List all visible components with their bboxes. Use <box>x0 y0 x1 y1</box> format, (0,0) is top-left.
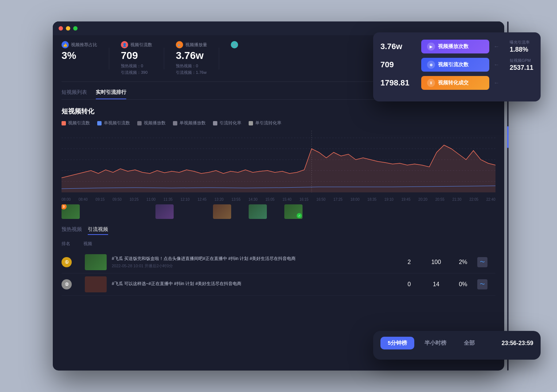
stat-recommend-value: 3% <box>62 50 97 61</box>
video-title-2: #飞瓜 可以这样选~#正在直播中 #抖in 计划 #美好生活尽在抖音电商 <box>112 281 395 287</box>
metric-btn-icon-2: ⊕ <box>427 61 435 69</box>
tab-traffic-video[interactable]: 引流视频 <box>88 226 108 235</box>
col-header-3 <box>452 241 477 247</box>
rank-tab-all[interactable]: 全部 <box>457 337 482 349</box>
video-duration-1: 开播后2小时0分 <box>145 264 173 268</box>
tab-short-list[interactable]: 短视频列表 <box>62 89 87 99</box>
col-header-4 <box>477 241 495 247</box>
divider-1 <box>109 48 109 69</box>
stat-recommend-label: 视频推荐占比 <box>71 42 97 48</box>
legend-single-traffic: 单视频引流数 <box>97 120 130 126</box>
metric-row-3: 1798.81 ¥ 视频转化成交 ← <box>380 76 499 90</box>
metric-row-1: 3.76w ▶ 视频播放次数 ← <box>380 40 499 53</box>
video-list-area: 预热视频 引流视频 排名 视频 ① <box>62 226 495 296</box>
legend-dot-conversion <box>213 121 217 125</box>
table-header: 排名 视频 <box>62 239 495 248</box>
legend-dot-single-traffic <box>97 121 102 125</box>
trend-icon-1: 〜 <box>477 257 495 267</box>
rank-tab-5min[interactable]: 5分钟榜 <box>380 337 414 349</box>
video-time-1: 10:01 <box>133 264 143 268</box>
legend-single-play: 单视频播放数 <box>173 120 206 126</box>
stat-recommend: 👍 视频推荐占比 3% <box>62 41 97 61</box>
rank-badge-gold: ① <box>62 257 72 267</box>
thumbnail-row: 3 ✓ <box>62 204 495 219</box>
exposure-rate-label: 曝光引流率 <box>510 40 533 45</box>
thumb-4[interactable] <box>249 204 267 219</box>
metric-btn-2[interactable]: ⊕ 视频引流次数 <box>421 58 489 72</box>
legend-dot-single-conversion <box>249 121 253 125</box>
close-button[interactable] <box>59 26 63 31</box>
metric-arrow-1: ← <box>494 43 499 50</box>
video-meta-1: 2022-05-28 10:01 开播后2小时0分 <box>112 263 395 269</box>
thumb-badge-1: 3 <box>62 204 67 209</box>
thumb-check-5: ✓ <box>297 213 302 218</box>
metric-btn-label-3: 视频转化成交 <box>438 80 469 86</box>
chart-section: 短视频转化 视频引流数 单视频引流数 视频播放数 单视频播放数 <box>62 107 495 219</box>
stat-playback-label: 视频播放量 <box>185 42 207 48</box>
stat-traffic-sub: 预热视频：0 引流视频：390 <box>121 63 152 76</box>
video-tabs: 预热视频 引流视频 <box>62 226 495 235</box>
video-title-1: #飞瓜 买送饭兜和饭盒啦！点击头像进直播间吧#正在直播中 #抖in 计划 #美好… <box>112 256 395 262</box>
thumbsup-icon: 👍 <box>62 41 69 48</box>
col-val-2-1: 0 <box>396 281 422 288</box>
chart-svg <box>62 131 495 196</box>
trend-chart-icon-1[interactable]: 〜 <box>477 257 487 267</box>
metric-arrow-2: ← <box>494 61 499 68</box>
legend-conversion: 引流转化率 <box>213 120 241 126</box>
metric-btn-label-1: 视频播放次数 <box>438 43 469 50</box>
col-header-2 <box>426 241 452 247</box>
metric-btn-1[interactable]: ▶ 视频播放次数 <box>421 40 489 53</box>
stat-traffic: 👤 视频引流数 709 预热视频：0 引流视频：390 <box>121 41 152 76</box>
rank-col-1: ① <box>62 257 83 267</box>
metric-arrow-3: ← <box>494 80 499 86</box>
side-stats: 曝光引流率 1.88% 短视频GPM 2537.11 <box>510 40 533 94</box>
stat-extra-header: ⊕ <box>231 41 238 48</box>
stat-recommend-header: 👍 视频推荐占比 <box>62 41 97 48</box>
metric-btn-3[interactable]: ¥ 视频转化成交 <box>421 76 489 90</box>
legend-label-single-play: 单视频播放数 <box>179 120 206 126</box>
metric-value-1: 3.76w <box>380 42 417 51</box>
rank-badge-silver: ② <box>62 279 72 289</box>
scrollbar-thumb[interactable] <box>507 126 509 148</box>
minimize-button[interactable] <box>66 26 70 31</box>
svg-marker-5 <box>62 145 495 192</box>
video-date-1: 2022-05-28 <box>112 264 132 268</box>
video-thumb-2 <box>85 276 107 292</box>
thumb-2[interactable] <box>155 204 174 219</box>
metric-btn-label-2: 视频引流次数 <box>438 61 469 68</box>
maximize-button[interactable] <box>73 26 78 31</box>
gpm-label: 短视频GPM <box>510 58 533 63</box>
col-val-2-2: 14 <box>423 281 449 288</box>
stat-traffic-label: 视频引流数 <box>130 42 152 48</box>
stat-traffic-value: 709 <box>121 50 152 61</box>
extra-icon: ⊕ <box>231 41 238 48</box>
legend-single-conversion: 单引流转化率 <box>249 120 281 126</box>
legend-label-conversion: 引流转化率 <box>220 120 241 126</box>
thumb-3[interactable] <box>213 204 231 219</box>
legend-dot-single-play <box>173 121 177 125</box>
rank-tab-30min[interactable]: 半小时榜 <box>417 337 454 349</box>
chart-title: 短视频转化 <box>62 107 495 116</box>
gpm-value: 2537.11 <box>510 64 533 72</box>
col-val-1-2: 100 <box>423 259 449 265</box>
chart-area <box>62 131 495 196</box>
legend-label-single-traffic: 单视频引流数 <box>104 120 130 126</box>
col-val-1-1: 2 <box>396 259 422 265</box>
exposure-rate-value: 1.88% <box>510 46 533 53</box>
tab-realtime-rank[interactable]: 实时引流排行 <box>96 89 126 99</box>
video-thumb-1 <box>85 254 107 270</box>
bottom-section: 预热视频 引流视频 排名 视频 ① <box>62 226 495 296</box>
metric-btn-icon-1: ▶ <box>427 43 435 51</box>
thumb-1[interactable]: 3 <box>62 204 80 219</box>
tab-preheat[interactable]: 预热视频 <box>62 226 82 235</box>
stat-playback-value: 3.76w <box>176 50 207 61</box>
trend-chart-icon-2[interactable]: 〜 <box>477 279 487 289</box>
floating-card-inner: 3.76w ▶ 视频播放次数 ← 709 ⊕ 视频引流次数 ← <box>380 40 533 94</box>
stat-playback-sub: 预热视频：0 引流视频：1.76w <box>176 63 207 76</box>
thumb-5[interactable]: ✓ <box>284 204 303 219</box>
table-row-2: ② #飞瓜 可以这样选~#正在直播中 #抖in 计划 #美好生活尽在抖音电商 0… <box>62 273 495 296</box>
chart-legend: 视频引流数 单视频引流数 视频播放数 单视频播放数 引流转化率 <box>62 120 495 126</box>
col-header-video: 视频 <box>83 241 401 247</box>
divider-3 <box>219 48 219 69</box>
main-window: 👍 视频推荐占比 3% 👤 视频引流数 709 预热视频：0 引流视频：390 <box>53 21 504 371</box>
